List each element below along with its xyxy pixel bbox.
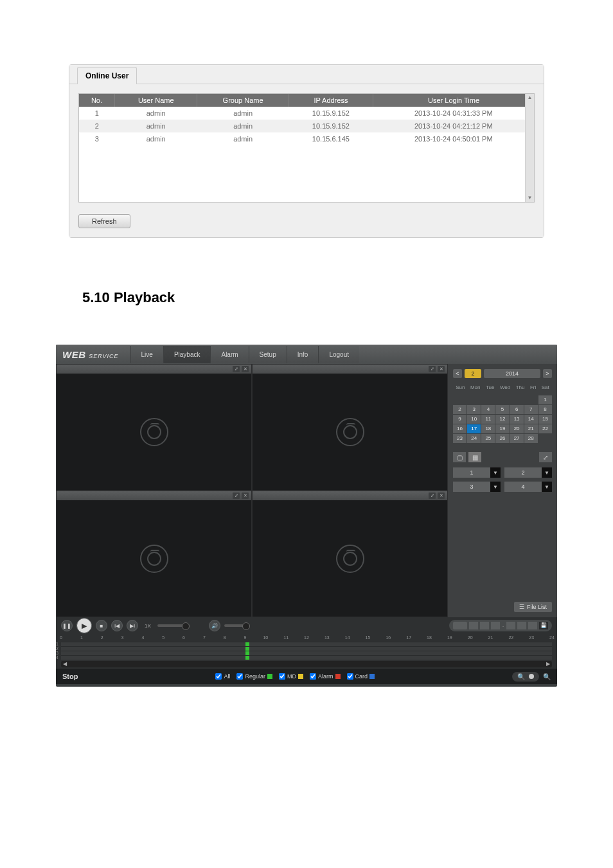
chevron-down-icon[interactable]: ▼ bbox=[542, 467, 552, 478]
calendar-day[interactable]: 19 bbox=[495, 424, 509, 433]
playback-timeline[interactable]: 0123456789101112131415161718192021222324… bbox=[56, 634, 557, 669]
timeline-row[interactable]: 1 bbox=[61, 642, 552, 646]
channel-select[interactable]: 1▼ bbox=[453, 467, 501, 478]
calendar-day[interactable]: 14 bbox=[524, 415, 538, 424]
play-button[interactable]: ▶ bbox=[76, 618, 92, 633]
col-login-time[interactable]: User Login Time bbox=[373, 94, 534, 107]
cell-zoom-icon[interactable]: ⤢ bbox=[233, 366, 240, 372]
channel-select[interactable]: 2▼ bbox=[504, 467, 552, 478]
calendar-day[interactable]: 5 bbox=[495, 405, 509, 414]
legend-checkbox[interactable] bbox=[279, 673, 285, 680]
timeline-rows[interactable]: 1234 bbox=[61, 642, 552, 660]
zoom-handle[interactable] bbox=[529, 674, 534, 679]
legend-md[interactable]: MD bbox=[279, 673, 303, 680]
clip-save-button[interactable] bbox=[491, 622, 500, 629]
calendar-day[interactable]: 10 bbox=[467, 415, 481, 424]
calendar-day[interactable]: 7 bbox=[524, 405, 538, 414]
calendar-day[interactable]: 24 bbox=[467, 434, 481, 443]
calendar-day[interactable]: 16 bbox=[453, 424, 466, 433]
legend-card[interactable]: Card bbox=[347, 673, 375, 680]
cell-zoom-icon[interactable]: ⤢ bbox=[233, 493, 240, 499]
chevron-down-icon[interactable]: ▼ bbox=[490, 482, 501, 492]
legend-all[interactable]: All bbox=[215, 673, 230, 680]
calendar-day[interactable]: 21 bbox=[524, 424, 538, 433]
timeline-row[interactable]: 2 bbox=[61, 646, 552, 651]
speed-slider[interactable] bbox=[157, 624, 190, 627]
more-button[interactable] bbox=[528, 622, 537, 629]
nav-logout[interactable]: Logout bbox=[318, 346, 359, 363]
cell-close-icon[interactable]: ✕ bbox=[438, 366, 445, 372]
calendar-day[interactable]: 1 bbox=[538, 395, 552, 404]
calendar-day[interactable]: 13 bbox=[510, 415, 524, 424]
calendar-day[interactable]: 20 bbox=[510, 424, 524, 433]
scroll-down-icon[interactable]: ▼ bbox=[526, 194, 534, 202]
save-icon[interactable]: 💾 bbox=[539, 622, 548, 629]
table-row[interactable]: 3adminadmin10.15.6.1452013-10-24 04:50:0… bbox=[79, 132, 534, 145]
stop-button[interactable]: ■ bbox=[96, 620, 107, 631]
cell-zoom-icon[interactable]: ⤢ bbox=[429, 366, 436, 372]
channel-select[interactable]: 4▼ bbox=[504, 482, 552, 492]
cell-zoom-icon[interactable]: ⤢ bbox=[429, 493, 436, 499]
col-ip-address[interactable]: IP Address bbox=[289, 94, 373, 107]
video-cell-1[interactable]: ⤢✕ bbox=[56, 364, 252, 491]
timeline-row[interactable]: 4 bbox=[61, 655, 552, 660]
calendar-day[interactable]: 4 bbox=[481, 405, 495, 414]
calendar-day[interactable]: 17 bbox=[467, 424, 481, 433]
nav-alarm[interactable]: Alarm bbox=[210, 346, 248, 363]
timeline-scroll-left-icon[interactable]: ◀ bbox=[61, 661, 69, 667]
month-prev-button[interactable]: < bbox=[453, 369, 462, 378]
refresh-button[interactable]: Refresh bbox=[78, 214, 130, 228]
calendar-day[interactable]: 22 bbox=[538, 424, 552, 433]
calendar-day[interactable]: 18 bbox=[481, 424, 495, 433]
table-scrollbar[interactable]: ▲ ▼ bbox=[525, 94, 534, 202]
col-no[interactable]: No. bbox=[79, 94, 114, 107]
nav-live[interactable]: Live bbox=[130, 346, 163, 363]
calendar-day[interactable]: 8 bbox=[538, 405, 552, 414]
legend-alarm[interactable]: Alarm bbox=[310, 673, 341, 680]
legend-checkbox[interactable] bbox=[347, 673, 353, 680]
layout-2x2-button[interactable]: ▦ bbox=[468, 452, 481, 462]
legend-checkbox[interactable] bbox=[310, 673, 316, 680]
zoom-slider[interactable]: 🔍 bbox=[512, 672, 539, 682]
clip-start-button[interactable] bbox=[469, 622, 478, 629]
calendar-year[interactable]: 2014 bbox=[484, 369, 540, 378]
timeline-scrollbar[interactable]: ◀ ▶ bbox=[61, 661, 552, 667]
zoom-in-icon[interactable]: 🔍 bbox=[543, 673, 551, 680]
nav-setup[interactable]: Setup bbox=[249, 346, 287, 363]
volume-button[interactable]: 🔊 bbox=[209, 620, 220, 631]
channel-select[interactable]: 3▼ bbox=[453, 482, 501, 492]
calendar-day[interactable]: 3 bbox=[467, 405, 481, 414]
calendar-month[interactable]: 2 bbox=[465, 369, 481, 378]
calendar-day[interactable]: 28 bbox=[524, 434, 538, 443]
calendar-day[interactable]: 27 bbox=[510, 434, 524, 443]
tab-online-user[interactable]: Online User bbox=[77, 67, 137, 84]
col-group-name[interactable]: Group Name bbox=[197, 94, 289, 107]
video-cell-3[interactable]: ⤢✕ bbox=[56, 491, 252, 617]
month-next-button[interactable]: > bbox=[543, 369, 552, 378]
calendar-day[interactable]: 9 bbox=[453, 415, 466, 424]
keyboard-icon[interactable] bbox=[453, 622, 467, 629]
calendar-day[interactable]: 11 bbox=[481, 415, 495, 424]
cell-close-icon[interactable]: ✕ bbox=[438, 493, 445, 499]
clip-end-button[interactable] bbox=[480, 622, 489, 629]
legend-regular[interactable]: Regular bbox=[236, 673, 272, 680]
legend-checkbox[interactable] bbox=[236, 673, 243, 680]
calendar-day[interactable]: 6 bbox=[510, 405, 524, 414]
calendar-day[interactable]: 23 bbox=[453, 434, 466, 443]
next-frame-button[interactable]: ▶I bbox=[127, 620, 138, 631]
table-row[interactable]: 2adminadmin10.15.9.1522013-10-24 04:21:1… bbox=[79, 120, 534, 132]
timeline-record-mark[interactable] bbox=[245, 656, 249, 660]
fullscreen-button[interactable]: ⤢ bbox=[539, 452, 552, 462]
chevron-down-icon[interactable]: ▼ bbox=[490, 467, 501, 478]
volume-slider[interactable] bbox=[224, 624, 250, 627]
timeline-row[interactable]: 3 bbox=[61, 651, 552, 655]
cell-close-icon[interactable]: ✕ bbox=[242, 366, 249, 372]
nav-info[interactable]: Info bbox=[287, 346, 319, 363]
calendar-day[interactable]: 26 bbox=[495, 434, 509, 443]
video-cell-2[interactable]: ⤢✕ bbox=[252, 364, 448, 491]
video-cell-4[interactable]: ⤢✕ bbox=[252, 491, 448, 617]
calendar-day[interactable]: 12 bbox=[495, 415, 509, 424]
col-user-name[interactable]: User Name bbox=[114, 94, 197, 107]
prev-frame-button[interactable]: I◀ bbox=[111, 620, 123, 631]
scroll-up-icon[interactable]: ▲ bbox=[526, 94, 534, 102]
